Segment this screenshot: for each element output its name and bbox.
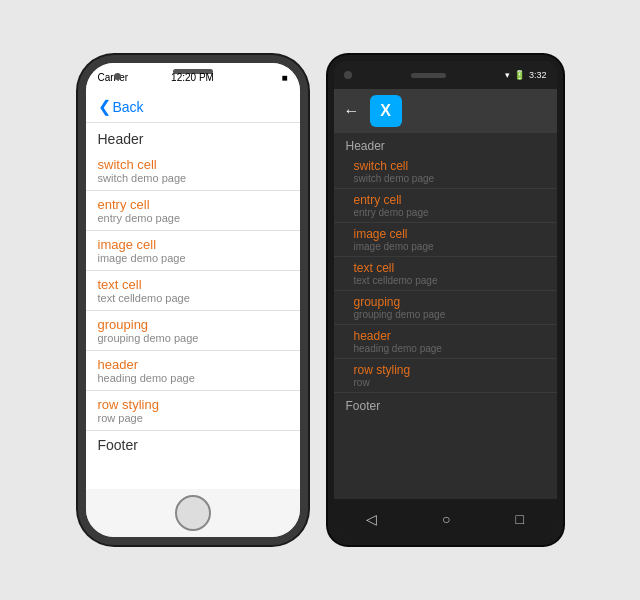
list-item-title: entry cell bbox=[98, 197, 288, 212]
android-list-item-title: grouping bbox=[354, 295, 545, 309]
android-list-item-subtitle: heading demo page bbox=[354, 343, 545, 354]
iphone-nav-bar: ❮ Back bbox=[86, 91, 300, 123]
list-item-title: switch cell bbox=[98, 157, 288, 172]
back-chevron-icon: ❮ bbox=[98, 97, 111, 116]
android-list-item-subtitle: grouping demo page bbox=[354, 309, 545, 320]
list-item-title: grouping bbox=[98, 317, 288, 332]
android-list-item[interactable]: row styling row bbox=[334, 359, 557, 393]
android-header-bar: ← X bbox=[334, 89, 557, 133]
list-item[interactable]: row styling row page bbox=[86, 391, 300, 431]
list-item[interactable]: switch cell switch demo page bbox=[86, 151, 300, 191]
android-status-bar: ▾ 🔋 3:32 bbox=[334, 61, 557, 89]
android-section-header: Header bbox=[334, 133, 557, 155]
android-time: 3:32 bbox=[529, 70, 547, 80]
android-camera bbox=[344, 71, 352, 79]
android-list-item[interactable]: switch cell switch demo page bbox=[334, 155, 557, 189]
android-list-item-title: image cell bbox=[354, 227, 545, 241]
iphone-section-footer: Footer bbox=[86, 431, 300, 459]
back-label: Back bbox=[113, 99, 144, 115]
iphone-status-bar: Carrier 12:20 PM ■ bbox=[86, 63, 300, 91]
android-recent-button[interactable]: □ bbox=[516, 511, 524, 527]
iphone-device: Carrier 12:20 PM ■ ❮ Back Header switch … bbox=[78, 55, 308, 545]
iphone-section-header: Header bbox=[86, 123, 300, 151]
list-item[interactable]: entry cell entry demo page bbox=[86, 191, 300, 231]
list-item-subtitle: image demo page bbox=[98, 252, 288, 264]
android-list-item[interactable]: header heading demo page bbox=[334, 325, 557, 359]
android-list-item-subtitle: entry demo page bbox=[354, 207, 545, 218]
android-list-item-subtitle: text celldemo page bbox=[354, 275, 545, 286]
android-back-button[interactable]: ◁ bbox=[366, 511, 377, 527]
list-item[interactable]: image cell image demo page bbox=[86, 231, 300, 271]
android-list: Header switch cell switch demo page entr… bbox=[334, 133, 557, 499]
android-list-item-subtitle: row bbox=[354, 377, 545, 388]
list-item-subtitle: text celldemo page bbox=[98, 292, 288, 304]
android-list-item[interactable]: grouping grouping demo page bbox=[334, 291, 557, 325]
iphone-time: 12:20 PM bbox=[171, 72, 214, 83]
list-item-subtitle: row page bbox=[98, 412, 288, 424]
android-home-button[interactable]: ○ bbox=[442, 511, 450, 527]
list-item-title: text cell bbox=[98, 277, 288, 292]
android-device: ▾ 🔋 3:32 ← X Header switch cell switch d… bbox=[328, 55, 563, 545]
iphone-bottom-bar bbox=[86, 489, 300, 537]
list-item[interactable]: header heading demo page bbox=[86, 351, 300, 391]
android-list-item[interactable]: entry cell entry demo page bbox=[334, 189, 557, 223]
battery-icon: 🔋 bbox=[514, 70, 525, 80]
android-list-item-title: entry cell bbox=[354, 193, 545, 207]
iphone-camera bbox=[114, 73, 121, 80]
android-list-item-title: row styling bbox=[354, 363, 545, 377]
android-app-icon: X bbox=[370, 95, 402, 127]
android-list-item-title: text cell bbox=[354, 261, 545, 275]
devices-container: Carrier 12:20 PM ■ ❮ Back Header switch … bbox=[58, 35, 583, 565]
android-section-footer: Footer bbox=[334, 393, 557, 419]
iphone-carrier: Carrier bbox=[98, 72, 129, 83]
iphone-home-button[interactable] bbox=[175, 495, 211, 531]
android-speaker bbox=[411, 73, 446, 78]
list-item-subtitle: grouping demo page bbox=[98, 332, 288, 344]
android-list-item-title: header bbox=[354, 329, 545, 343]
wifi-icon: ▾ bbox=[505, 70, 510, 80]
android-screen: ← X Header switch cell switch demo page … bbox=[334, 89, 557, 499]
list-item-subtitle: heading demo page bbox=[98, 372, 288, 384]
android-list-item-subtitle: image demo page bbox=[354, 241, 545, 252]
android-nav-bar: ◁ ○ □ bbox=[334, 499, 557, 539]
list-item-subtitle: switch demo page bbox=[98, 172, 288, 184]
list-item-subtitle: entry demo page bbox=[98, 212, 288, 224]
android-list-item-title: switch cell bbox=[354, 159, 545, 173]
iphone-list: Header switch cell switch demo page entr… bbox=[86, 123, 300, 489]
android-status-right: ▾ 🔋 3:32 bbox=[505, 70, 547, 80]
list-item-title: header bbox=[98, 357, 288, 372]
app-icon-label: X bbox=[380, 102, 391, 120]
list-item-title: image cell bbox=[98, 237, 288, 252]
android-back-arrow-icon[interactable]: ← bbox=[344, 102, 360, 120]
iphone-screen: ❮ Back Header switch cell switch demo pa… bbox=[86, 91, 300, 489]
back-button[interactable]: ❮ Back bbox=[98, 97, 288, 116]
android-list-item[interactable]: text cell text celldemo page bbox=[334, 257, 557, 291]
list-item[interactable]: text cell text celldemo page bbox=[86, 271, 300, 311]
list-item[interactable]: grouping grouping demo page bbox=[86, 311, 300, 351]
android-list-item[interactable]: image cell image demo page bbox=[334, 223, 557, 257]
iphone-battery: ■ bbox=[281, 72, 287, 83]
android-list-item-subtitle: switch demo page bbox=[354, 173, 545, 184]
list-item-title: row styling bbox=[98, 397, 288, 412]
